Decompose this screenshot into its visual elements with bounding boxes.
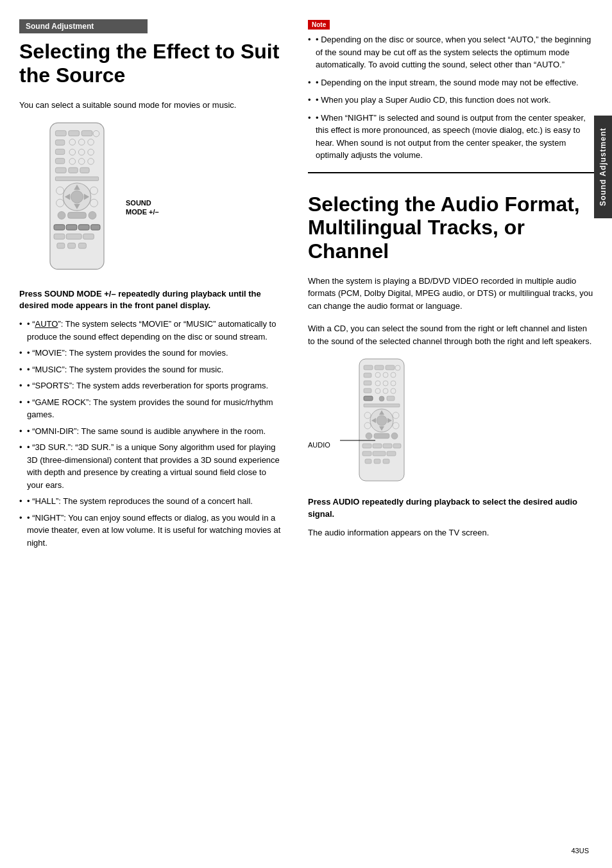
svg-rect-18 xyxy=(69,168,78,173)
list-item: • “HALL”: The system reproduces the soun… xyxy=(19,495,282,508)
svg-rect-41 xyxy=(57,243,65,248)
svg-point-31 xyxy=(58,211,65,219)
remote-illustration-left: SOUND MODE +/– xyxy=(38,121,282,275)
list-item: • “OMNI-DIR”: The same sound is audible … xyxy=(19,425,282,438)
page-num-suffix: US xyxy=(579,847,589,855)
svg-rect-2 xyxy=(69,130,80,135)
sound-mode-label: SOUND MODE +/– xyxy=(126,198,159,217)
svg-rect-19 xyxy=(80,168,89,173)
page-num-value: 43 xyxy=(571,847,579,855)
svg-rect-88 xyxy=(383,459,389,464)
audio-label: AUDIO xyxy=(308,441,330,449)
section-header-label: Sound Adjustment xyxy=(26,22,94,31)
svg-rect-79 xyxy=(362,444,371,448)
left-bullet-list: • “AUTO”: The system selects “MOVIE” or … xyxy=(19,318,282,549)
svg-rect-62 xyxy=(364,396,373,401)
list-item: • “3D SUR.”: “3D SUR.” is a unique Sony … xyxy=(19,441,282,491)
svg-rect-17 xyxy=(55,168,66,173)
list-item: • “SPORTS”: The system adds reverberatio… xyxy=(19,379,282,392)
svg-rect-47 xyxy=(375,365,384,370)
section-divider xyxy=(308,172,594,173)
svg-rect-85 xyxy=(387,451,396,456)
remote-svg-left xyxy=(38,121,115,275)
svg-rect-84 xyxy=(373,451,386,456)
section-header: Sound Adjustment xyxy=(19,19,148,33)
svg-rect-35 xyxy=(66,225,77,230)
note-item: • When “NIGHT” is selected and sound is … xyxy=(308,112,594,162)
list-item: • “MUSIC”: The system provides the sound… xyxy=(19,363,282,376)
svg-rect-1 xyxy=(55,130,66,135)
right-intro-2: With a CD, you can select the sound from… xyxy=(308,322,594,347)
note-label: Note xyxy=(308,20,330,30)
svg-rect-80 xyxy=(373,444,382,448)
svg-rect-9 xyxy=(55,149,64,154)
side-tab: Sound Adjustment xyxy=(594,116,612,218)
svg-point-63 xyxy=(379,396,384,401)
svg-rect-48 xyxy=(386,365,395,370)
svg-rect-5 xyxy=(55,140,64,145)
right-column: Note • Depending on the disc or source, … xyxy=(295,19,594,849)
svg-rect-58 xyxy=(364,388,371,393)
svg-point-78 xyxy=(391,433,398,439)
svg-rect-46 xyxy=(364,365,373,370)
svg-rect-43 xyxy=(78,243,86,248)
page-container: Sound Adjustment Sound Adjustment Select… xyxy=(0,0,612,868)
svg-rect-54 xyxy=(364,381,371,385)
note-item: • When you play a Super Audio CD, this f… xyxy=(308,94,594,107)
svg-rect-32 xyxy=(68,213,87,219)
audio-instruction-normal: The audio information appears on the TV … xyxy=(308,526,594,539)
main-content: Sound Adjustment Selecting the Effect to… xyxy=(0,0,594,868)
svg-rect-81 xyxy=(383,444,392,448)
svg-rect-50 xyxy=(364,373,371,378)
remote-svg-right xyxy=(343,358,420,486)
svg-rect-82 xyxy=(393,444,401,448)
auto-underline: AUTO xyxy=(35,319,58,329)
note-box: Note • Depending on the disc or source, … xyxy=(308,19,594,162)
svg-rect-65 xyxy=(364,404,400,407)
side-tab-label: Sound Adjustment xyxy=(599,128,608,206)
left-instruction-bold: Press SOUND MODE +/– repeatedly during p… xyxy=(19,288,282,311)
audio-remote-container: AUDIO xyxy=(308,358,594,486)
svg-rect-13 xyxy=(55,159,64,164)
svg-point-33 xyxy=(89,211,96,219)
list-item: • “NIGHT”: You can enjoy sound effects o… xyxy=(19,512,282,550)
left-intro-text: You can select a suitable sound mode for… xyxy=(19,99,282,112)
svg-rect-87 xyxy=(374,459,380,464)
note-bullets: • Depending on the disc or source, when … xyxy=(308,33,594,162)
svg-rect-83 xyxy=(362,451,371,456)
left-section-title: Selecting the Effect to Suit the Source xyxy=(19,40,282,87)
svg-rect-36 xyxy=(78,225,89,230)
right-section-title: Selecting the Audio Format, Multilingual… xyxy=(308,193,594,263)
note-item: • Depending on the input stream, the sou… xyxy=(308,76,594,89)
svg-rect-86 xyxy=(365,459,371,464)
svg-rect-42 xyxy=(68,243,76,248)
svg-point-22 xyxy=(71,191,83,203)
svg-rect-20 xyxy=(55,177,98,180)
svg-rect-37 xyxy=(91,225,100,230)
list-item: • “AUTO”: The system selects “MOVIE” or … xyxy=(19,318,282,343)
svg-rect-38 xyxy=(54,234,65,239)
svg-point-76 xyxy=(366,433,372,439)
note-item: • Depending on the disc or source, when … xyxy=(308,33,594,71)
svg-rect-77 xyxy=(374,433,389,438)
svg-rect-64 xyxy=(387,396,395,401)
svg-rect-3 xyxy=(81,130,92,135)
audio-instruction-bold: Press AUDIO repeatedly during playback t… xyxy=(308,496,594,519)
svg-rect-39 xyxy=(66,234,81,239)
svg-rect-34 xyxy=(54,225,65,230)
list-item: • “MOVIE”: The system provides the sound… xyxy=(19,347,282,360)
right-intro-1: When the system is playing a BD/DVD VIDE… xyxy=(308,275,594,313)
svg-rect-40 xyxy=(83,234,94,239)
page-number: 43US xyxy=(571,846,589,855)
left-column: Sound Adjustment Selecting the Effect to… xyxy=(19,19,295,849)
list-item: • “GAME ROCK”: The system provides the s… xyxy=(19,396,282,421)
svg-point-67 xyxy=(377,415,387,426)
